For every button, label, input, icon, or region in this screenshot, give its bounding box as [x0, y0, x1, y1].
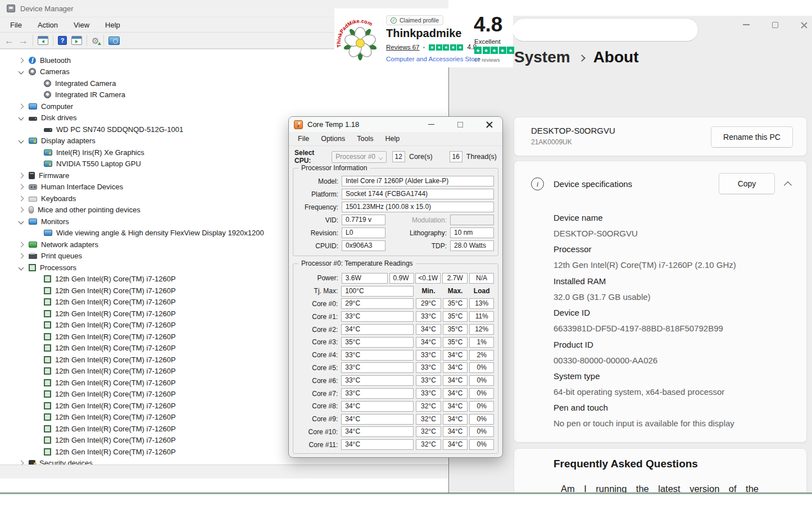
- show-console-tree-icon[interactable]: [38, 36, 48, 45]
- expander-collapsed-icon[interactable]: [19, 195, 24, 201]
- store-category-link[interactable]: Computer and Accessories Store: [386, 56, 480, 62]
- expander-collapsed-icon[interactable]: [19, 57, 24, 63]
- chevron-up-icon[interactable]: [784, 181, 792, 189]
- menu-action[interactable]: Action: [38, 21, 58, 29]
- bluetooth-icon: [29, 57, 36, 64]
- star-icon: [429, 44, 435, 51]
- expander-collapsed-icon[interactable]: [19, 172, 24, 178]
- tjmax-row: Tj. Max: 100°C Min. Max. Load: [293, 285, 498, 298]
- core-load: 0%: [469, 388, 494, 399]
- core-temperature-rows: Core #0:29°C29°C35°C13%Core #1:33°C33°C3…: [293, 298, 498, 452]
- tree-item-label: 12th Gen Intel(R) Core(TM) i7-1260P: [55, 425, 176, 433]
- modulation-field: [450, 215, 494, 225]
- star-icon: [450, 44, 456, 51]
- expander-expanded-icon[interactable]: [19, 265, 24, 270]
- rename-pc-button[interactable]: Rename this PC: [711, 126, 793, 148]
- help-icon[interactable]: [58, 36, 67, 45]
- faq-title: Frequently Asked Questions: [554, 458, 698, 470]
- menu-file[interactable]: File: [298, 135, 309, 143]
- cpu-select-dropdown[interactable]: Processor #0: [332, 151, 386, 163]
- spec-item: Installed RAM32.0 GB (31.7 GB usable): [554, 274, 736, 305]
- store-name: Thinkpadmike: [386, 27, 461, 40]
- spec-item: Processor12th Gen Intel(R) Core(TM) i7-1…: [554, 242, 736, 273]
- expander-expanded-icon[interactable]: [19, 138, 24, 144]
- tree-item-label: Display adapters: [41, 136, 96, 145]
- expander-collapsed-icon[interactable]: [19, 253, 24, 259]
- spec-value: 64-bit operating system, x64-based proce…: [554, 384, 736, 400]
- expander-expanded-icon[interactable]: [19, 115, 24, 121]
- tree-item-label: Wide viewing angle & High density FlexVi…: [56, 229, 264, 237]
- thread-count-label: Thread(s): [466, 153, 497, 161]
- core-temp-row: Core #3:35°C34°C35°C1%: [293, 336, 498, 349]
- toolbar-separator: [87, 35, 87, 46]
- tree-item[interactable]: Integrated IR Camera: [0, 89, 448, 101]
- device-search-icon[interactable]: [108, 37, 120, 45]
- minimize-icon[interactable]: [743, 24, 750, 25]
- window-title: Device Manager: [20, 4, 74, 13]
- copy-button[interactable]: Copy: [719, 173, 775, 194]
- processor-icon: [44, 402, 51, 409]
- processor-icon: [44, 333, 51, 340]
- core-load: 0%: [469, 401, 494, 412]
- core-temp-titlebar[interactable]: Core Temp 1.18: [289, 117, 502, 132]
- expander-collapsed-icon[interactable]: [19, 461, 24, 465]
- breadcrumb-system[interactable]: System: [514, 48, 570, 66]
- back-icon[interactable]: ←: [4, 36, 14, 45]
- menu-tools[interactable]: Tools: [357, 135, 373, 143]
- tree-item-label: Keyboards: [41, 194, 76, 203]
- expander-collapsed-icon[interactable]: [19, 184, 24, 190]
- core-label: Core #1:: [293, 313, 338, 321]
- expander-collapsed-icon[interactable]: [19, 207, 24, 213]
- menu-help[interactable]: Help: [105, 21, 120, 29]
- core-temp-row: Core #10:34°C32°C34°C0%: [293, 426, 498, 439]
- star-icon: [491, 47, 498, 54]
- claimed-profile-badge: Claimed profile: [386, 15, 443, 25]
- tree-item[interactable]: Security devices: [0, 458, 448, 465]
- expander-expanded-icon[interactable]: [19, 69, 24, 75]
- tree-item-label: 12th Gen Intel(R) Core(TM) i7-1260P: [55, 333, 176, 341]
- spec-item: Pen and touchNo pen or touch input is av…: [554, 400, 736, 431]
- star-icon: [499, 47, 506, 54]
- expander-collapsed-icon[interactable]: [19, 103, 24, 109]
- tree-item[interactable]: Computer: [0, 101, 448, 112]
- core-label: Core #0:: [293, 300, 338, 308]
- reviews-link[interactable]: Reviews 67: [386, 44, 419, 51]
- close-icon[interactable]: [486, 121, 492, 128]
- minimize-icon[interactable]: [428, 124, 434, 125]
- breadcrumb: System About: [514, 48, 638, 66]
- menu-help[interactable]: Help: [385, 135, 400, 143]
- tree-item-label: 12th Gen Intel(R) Core(TM) i7-1260P: [55, 402, 176, 410]
- core-load: 0%: [469, 439, 494, 450]
- page-title: About: [593, 48, 639, 66]
- core-load: 11%: [469, 311, 494, 322]
- core-max-temp: 34°C: [443, 388, 468, 399]
- security-icon: [29, 460, 35, 465]
- tree-item[interactable]: Integrated Camera: [0, 78, 448, 89]
- menu-options[interactable]: Options: [321, 135, 345, 143]
- device-name-card: DESKTOP-S0ORGVU 21AK0009UK Rename this P…: [514, 117, 807, 156]
- tree-item[interactable]: Cameras: [0, 66, 448, 78]
- core-current-temp: 29°C: [341, 298, 414, 309]
- core-min-temp: 32°C: [416, 401, 441, 412]
- settings-search-input[interactable]: [512, 18, 698, 42]
- window-title: Core Temp 1.18: [307, 120, 359, 129]
- tree-item-label: Human Interface Devices: [41, 183, 123, 191]
- menu-file[interactable]: File: [10, 21, 22, 29]
- expander-expanded-icon[interactable]: [19, 218, 24, 224]
- core-temp-row: Core #7:33°C33°C34°C0%: [293, 387, 498, 400]
- show-action-pane-icon[interactable]: [71, 36, 82, 45]
- processor-icon: [44, 310, 51, 317]
- camera-icon: [44, 80, 51, 87]
- settings-window-controls: [743, 21, 808, 28]
- maximize-icon[interactable]: [772, 22, 778, 28]
- expander-collapsed-icon[interactable]: [19, 242, 24, 247]
- core-label: Core #4:: [293, 351, 338, 359]
- scan-hardware-changes-icon[interactable]: ⚙: [92, 37, 99, 45]
- forward-icon[interactable]: →: [19, 36, 28, 45]
- maximize-icon[interactable]: [457, 122, 463, 128]
- menu-view[interactable]: View: [74, 21, 89, 29]
- close-icon[interactable]: [801, 21, 808, 28]
- core-temp-window: Core Temp 1.18 File Options Tools Help S…: [288, 116, 503, 458]
- core-max-temp: 34°C: [443, 375, 468, 386]
- faq-question[interactable]: Am I running the latest version of the: [561, 484, 759, 493]
